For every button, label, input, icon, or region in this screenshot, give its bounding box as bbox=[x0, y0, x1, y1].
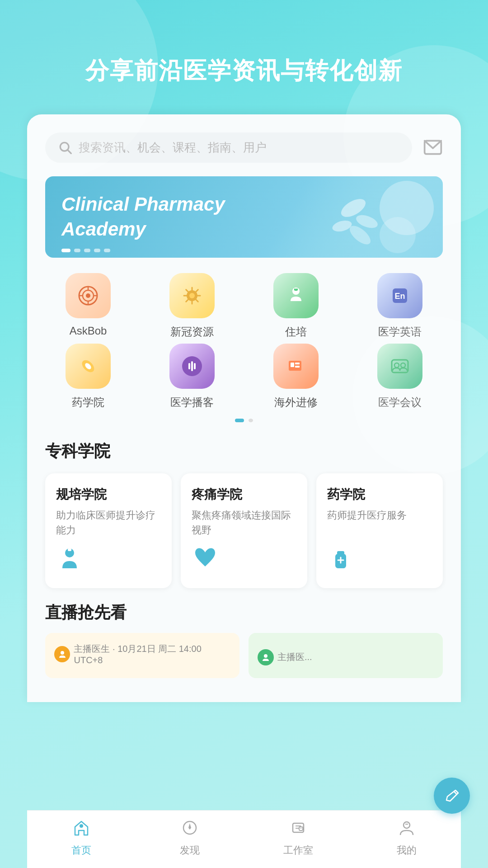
svg-point-62 bbox=[404, 822, 410, 828]
nav-item-profile[interactable]: 我的 bbox=[384, 819, 429, 857]
svg-rect-46 bbox=[337, 551, 344, 555]
icon-item-pharmacy[interactable]: 药学院 bbox=[56, 344, 120, 410]
specialty-card-guipei[interactable]: 规培学院 助力临床医师提升诊疗能力 bbox=[45, 473, 172, 588]
podcast-label: 医学播客 bbox=[170, 395, 214, 410]
heart-icon bbox=[192, 545, 219, 572]
guipei-title: 规培学院 bbox=[56, 486, 161, 503]
icon-item-abroad[interactable]: 海外进修 bbox=[264, 344, 328, 410]
guipei-card-icon bbox=[56, 545, 161, 577]
icon-item-resident[interactable]: 住培 bbox=[264, 273, 328, 339]
icon-item-askbob[interactable]: AskBob bbox=[56, 273, 120, 339]
studio-nav-svg bbox=[289, 819, 307, 837]
studio-nav-label: 工作室 bbox=[283, 844, 313, 857]
abroad-icon-circle bbox=[273, 344, 319, 389]
nav-item-studio[interactable]: 工作室 bbox=[276, 819, 321, 857]
pills-svg bbox=[317, 185, 389, 249]
nav-item-home[interactable]: 首页 bbox=[59, 819, 104, 857]
banner-pills bbox=[264, 176, 443, 258]
pain-title: 疼痛学院 bbox=[192, 486, 296, 503]
yaoxue-desc: 药师提升医疗服务 bbox=[327, 508, 432, 523]
home-icon bbox=[72, 819, 90, 841]
svg-point-5 bbox=[331, 218, 353, 233]
yaoxue-title: 药学院 bbox=[327, 486, 432, 503]
svg-point-9 bbox=[86, 293, 90, 298]
svg-point-52 bbox=[80, 824, 83, 828]
pharmacy-icon-circle bbox=[66, 344, 111, 389]
guipei-desc: 助力临床医师提升诊疗能力 bbox=[56, 508, 161, 538]
pain-card-icon bbox=[192, 545, 296, 577]
abroad-svg bbox=[284, 354, 308, 378]
home-nav-svg bbox=[72, 819, 90, 837]
svg-point-55 bbox=[189, 827, 191, 829]
abroad-label: 海外进修 bbox=[274, 395, 318, 410]
svg-rect-37 bbox=[295, 363, 300, 364]
compass-icon bbox=[181, 819, 199, 841]
bottom-nav: 首页 发现 工作室 bbox=[27, 810, 461, 868]
live-title: 直播抢先看 bbox=[45, 602, 127, 624]
askbob-label: AskBob bbox=[70, 325, 107, 337]
yaoxue-card-icon bbox=[327, 545, 432, 577]
profile-icon bbox=[398, 819, 416, 841]
svg-rect-32 bbox=[188, 363, 190, 369]
svg-line-22 bbox=[186, 298, 189, 302]
svg-line-21 bbox=[195, 289, 198, 292]
resident-svg bbox=[284, 284, 308, 307]
svg-point-50 bbox=[264, 654, 267, 658]
person-icon-2 bbox=[261, 653, 270, 662]
fab-button[interactable] bbox=[434, 778, 470, 814]
askbob-svg bbox=[76, 284, 100, 307]
resident-label: 住培 bbox=[285, 325, 307, 339]
pharmacy-svg bbox=[76, 354, 100, 378]
pharmacy-label: 药学院 bbox=[72, 395, 104, 410]
podcast-svg bbox=[180, 354, 204, 378]
icon-item-covid[interactable]: 新冠资源 bbox=[160, 273, 224, 339]
resident-icon-circle bbox=[273, 273, 319, 318]
studio-icon bbox=[289, 819, 307, 841]
profile-nav-label: 我的 bbox=[397, 844, 417, 857]
svg-rect-34 bbox=[194, 363, 196, 369]
live-cards: 主播医生 · 10月21日 周二 14:00 UTC+8 主播医... bbox=[45, 633, 443, 678]
svg-point-49 bbox=[61, 651, 64, 655]
svg-rect-38 bbox=[295, 366, 300, 368]
icon-item-podcast[interactable]: 医学播客 bbox=[160, 344, 224, 410]
askbob-icon-circle bbox=[66, 273, 111, 318]
svg-line-20 bbox=[195, 298, 198, 302]
specialty-card-pain[interactable]: 疼痛学院 聚焦疼痛领域连接国际视野 bbox=[181, 473, 307, 588]
profile-nav-svg bbox=[398, 819, 416, 837]
covid-label: 新冠资源 bbox=[170, 325, 214, 339]
svg-rect-36 bbox=[291, 363, 294, 367]
edit-icon bbox=[444, 788, 460, 804]
medicine-bottle-icon bbox=[327, 545, 354, 572]
specialty-card-yaoxue[interactable]: 药学院 药师提升医疗服务 bbox=[316, 473, 443, 588]
covid-icon-circle bbox=[169, 273, 215, 318]
live-avatar-2 bbox=[258, 649, 274, 665]
discover-nav-label: 发现 bbox=[180, 844, 200, 857]
home-nav-label: 首页 bbox=[71, 844, 91, 857]
live-avatar-1 bbox=[54, 646, 70, 662]
live-card-2[interactable]: 主播医... bbox=[249, 633, 443, 678]
svg-text:En: En bbox=[394, 292, 405, 301]
live-card-1-info: 主播医生 · 10月21日 周二 14:00 UTC+8 bbox=[74, 643, 230, 665]
specialty-grid: 规培学院 助力临床医师提升诊疗能力 疼痛学院 聚焦疼痛领域连接国际视野 bbox=[27, 473, 461, 602]
svg-line-19 bbox=[186, 289, 189, 292]
person-icon bbox=[58, 650, 67, 659]
doctor-icon bbox=[56, 545, 83, 572]
pain-desc: 聚焦疼痛领域连接国际视野 bbox=[192, 508, 296, 538]
banner-text: Clinical Pharmacy Academy bbox=[45, 181, 241, 252]
live-header: 直播抢先看 bbox=[45, 602, 443, 624]
svg-point-23 bbox=[189, 293, 195, 298]
compass-nav-svg bbox=[181, 819, 199, 837]
english-icon-circle: En bbox=[377, 273, 422, 318]
podcast-icon-circle bbox=[169, 344, 215, 389]
english-svg: En bbox=[388, 284, 412, 307]
nav-item-discover[interactable]: 发现 bbox=[167, 819, 212, 857]
pill-deco-2 bbox=[380, 217, 416, 253]
live-card-2-info: 主播医... bbox=[277, 651, 312, 663]
banner[interactable]: Clinical Pharmacy Academy bbox=[45, 176, 443, 258]
grid-dot-2 bbox=[249, 419, 253, 422]
covid-svg bbox=[180, 284, 204, 307]
live-card-1[interactable]: 主播医生 · 10月21日 周二 14:00 UTC+8 bbox=[45, 633, 239, 678]
svg-line-51 bbox=[454, 791, 456, 794]
grid-dot-1 bbox=[235, 419, 244, 422]
svg-rect-33 bbox=[191, 361, 193, 371]
